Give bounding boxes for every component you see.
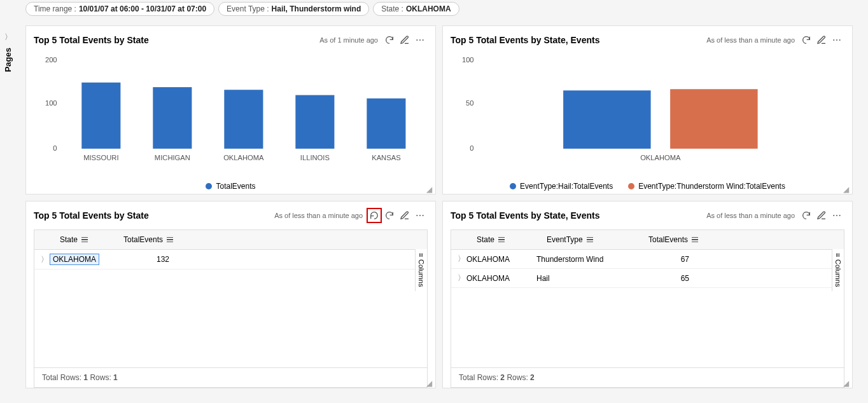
table-header: State TotalEvents <box>34 230 427 250</box>
table-footer: Total Rows: 1 Rows: 1 <box>34 367 427 387</box>
columns-toggle[interactable]: ≡ Columns <box>832 249 844 291</box>
column-header-state[interactable]: State <box>470 230 540 249</box>
bar-chart: 200 100 0 MISSOURI MICHIGAN OKLAHOMA ILL… <box>26 50 435 195</box>
legend-swatch <box>628 183 634 189</box>
resize-handle-icon[interactable]: ◢ <box>843 379 851 386</box>
table-footer: Total Rows: 2 Rows: 2 <box>451 367 844 387</box>
column-header-totalevents[interactable]: TotalEvents <box>117 230 193 249</box>
cell-state: OKLAHOMA <box>466 255 536 264</box>
resize-handle-icon[interactable]: ◢ <box>426 185 434 193</box>
legend-swatch <box>510 183 516 189</box>
edit-icon[interactable] <box>397 32 412 48</box>
dashboard-grid: Top 5 Total Events by State As of 1 minu… <box>25 25 853 388</box>
expand-row-icon[interactable]: 〉 <box>458 273 466 283</box>
refresh-icon[interactable] <box>799 32 814 48</box>
table-header: State EventType TotalEvents <box>451 230 844 250</box>
more-icon[interactable]: ⋯ <box>412 208 428 223</box>
legend-label: TotalEvents <box>216 182 255 191</box>
svg-rect-17 <box>670 89 757 149</box>
tile-top5-events-by-state-chart: Top 5 Total Events by State As of 1 minu… <box>25 25 436 195</box>
legend-swatch <box>206 183 212 189</box>
undo-button[interactable] <box>367 208 382 223</box>
svg-text:100: 100 <box>462 55 474 63</box>
filter-time-range[interactable]: Time range : 10/01/07 at 06:00 - 10/31/0… <box>25 2 214 16</box>
svg-text:OKLAHOMA: OKLAHOMA <box>223 153 264 161</box>
refresh-icon[interactable] <box>382 32 397 48</box>
columns-icon: ≡ <box>834 253 842 257</box>
expand-row-icon[interactable]: 〉 <box>41 254 50 265</box>
pages-panel-label: Pages <box>3 48 13 72</box>
legend-item-thunderstorm[interactable]: EventType:Thunderstorm Wind:TotalEvents <box>628 182 785 191</box>
column-menu-icon[interactable] <box>167 237 173 243</box>
cell-eventtype: Hail <box>536 274 638 283</box>
tile-top5-events-by-state-table: Top 5 Total Events by State As of less t… <box>25 201 436 388</box>
edit-icon[interactable] <box>397 208 412 223</box>
cell-state: OKLAHOMA <box>50 254 99 265</box>
legend-item-hail[interactable]: EventType:Hail:TotalEvents <box>510 182 613 191</box>
column-header-eventtype[interactable]: EventType <box>540 230 642 249</box>
cell-total: 65 <box>638 274 689 283</box>
filter-bar: Time range : 10/01/07 at 06:00 - 10/31/0… <box>25 2 459 16</box>
svg-text:MICHIGAN: MICHIGAN <box>155 153 190 161</box>
column-header-totalevents[interactable]: TotalEvents <box>642 230 712 249</box>
expand-column <box>451 230 470 249</box>
results-table: State EventType TotalEvents ≡ Columns 〉 <box>451 229 844 388</box>
filter-label: Event Type : <box>227 4 269 13</box>
filter-label: Time range : <box>34 4 76 13</box>
svg-text:0: 0 <box>470 144 473 152</box>
legend-label: EventType:Hail:TotalEvents <box>520 182 613 191</box>
tile-status: As of less than a minute ago <box>706 212 795 219</box>
legend-label: EventType:Thunderstorm Wind:TotalEvents <box>638 182 785 191</box>
column-menu-icon[interactable] <box>692 237 698 243</box>
tile-top5-events-by-state-events-chart: Top 5 Total Events by State, Events As o… <box>442 25 853 195</box>
svg-rect-16 <box>563 90 650 149</box>
tile-title: Top 5 Total Events by State, Events <box>451 35 706 45</box>
more-icon[interactable]: ⋯ <box>829 32 844 48</box>
chart-legend: TotalEvents <box>26 182 435 191</box>
more-icon[interactable]: ⋯ <box>412 32 428 48</box>
tile-status: As of less than a minute ago <box>706 36 795 44</box>
svg-text:0: 0 <box>53 144 57 152</box>
column-menu-icon[interactable] <box>81 237 88 243</box>
svg-text:ILLINOIS: ILLINOIS <box>300 153 330 161</box>
refresh-icon[interactable] <box>382 208 397 223</box>
svg-rect-5 <box>224 90 263 149</box>
table-row[interactable]: 〉 OKLAHOMA 132 <box>34 250 427 270</box>
column-menu-icon[interactable] <box>587 237 593 243</box>
column-header-state[interactable]: State <box>53 230 117 249</box>
filter-value: Hail, Thunderstorm wind <box>272 4 361 13</box>
table-row[interactable]: 〉 OKLAHOMA Thunderstorm Wind 67 <box>451 250 844 269</box>
cell-eventtype: Thunderstorm Wind <box>536 255 638 264</box>
columns-toggle[interactable]: ≡ Columns <box>415 249 427 291</box>
filter-value: OKLAHOMA <box>406 4 451 13</box>
expand-row-icon[interactable]: 〉 <box>458 254 466 264</box>
refresh-icon[interactable] <box>799 208 814 223</box>
filter-event-type[interactable]: Event Type : Hail, Thunderstorm wind <box>218 2 369 16</box>
svg-rect-7 <box>367 99 405 149</box>
legend-item[interactable]: TotalEvents <box>206 182 255 191</box>
more-icon[interactable]: ⋯ <box>829 208 844 223</box>
svg-rect-3 <box>81 83 120 149</box>
tile-title: Top 5 Total Events by State, Events <box>451 210 706 221</box>
tile-title: Top 5 Total Events by State <box>34 210 274 221</box>
grouped-bar-chart: 100 50 0 OKLAHOMA EventType:Hail:TotalEv… <box>443 50 852 195</box>
svg-rect-6 <box>295 95 334 149</box>
svg-text:MISSOURI: MISSOURI <box>83 153 118 161</box>
expand-column <box>34 230 53 249</box>
resize-handle-icon[interactable]: ◢ <box>426 379 434 386</box>
pages-panel-toggle[interactable]: 〉 Pages <box>3 32 13 72</box>
table-row[interactable]: 〉 OKLAHOMA Hail 65 <box>451 269 844 288</box>
column-menu-icon[interactable] <box>498 237 505 243</box>
edit-icon[interactable] <box>814 208 829 223</box>
svg-text:50: 50 <box>466 99 473 107</box>
resize-handle-icon[interactable]: ◢ <box>843 185 851 193</box>
tile-top5-events-by-state-events-table: Top 5 Total Events by State, Events As o… <box>442 201 853 388</box>
tile-status: As of less than a minute ago <box>274 212 363 219</box>
svg-text:200: 200 <box>45 55 57 63</box>
filter-value: 10/01/07 at 06:00 - 10/31/07 at 07:00 <box>79 4 206 13</box>
cell-total: 132 <box>113 255 169 264</box>
svg-text:100: 100 <box>45 99 57 107</box>
edit-icon[interactable] <box>814 32 829 48</box>
filter-state[interactable]: State : OKLAHOMA <box>373 2 459 16</box>
table-body: 〉 OKLAHOMA Thunderstorm Wind 67 〉 OKLAHO… <box>451 250 844 367</box>
